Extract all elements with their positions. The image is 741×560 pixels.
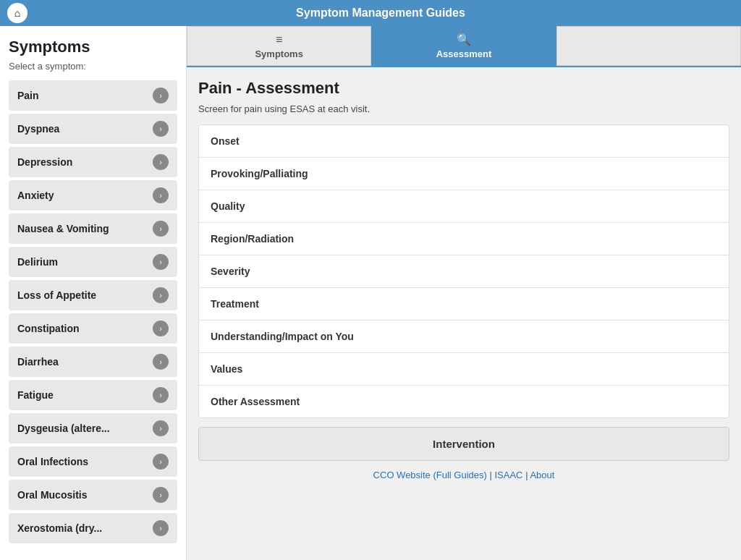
- chevron-right-icon: ›: [153, 321, 169, 336]
- tab-assessment-label: Assessment: [436, 48, 492, 59]
- isaac-link[interactable]: ISAAC: [494, 470, 522, 480]
- sidebar-title: Symptoms: [9, 38, 177, 56]
- sidebar-item-label: Depression: [17, 156, 72, 168]
- assessment-other: Other Assessment: [199, 386, 729, 417]
- sidebar-item-anxiety[interactable]: Anxiety ›: [9, 180, 177, 211]
- sidebar-item-label: Oral Infections: [17, 456, 88, 467]
- sidebar-item-label: Nausea & Vomiting: [17, 223, 109, 234]
- footer: CCO Website (Full Guides) | ISAAC | Abou…: [198, 461, 729, 489]
- assessment-values: Values: [199, 353, 729, 386]
- assessment-treatment: Treatment: [199, 288, 729, 321]
- chevron-right-icon: ›: [153, 154, 169, 170]
- home-icon: ⌂: [14, 7, 20, 19]
- sidebar-item-dyspnea[interactable]: Dyspnea ›: [9, 114, 177, 144]
- sidebar: Symptoms Select a symptom: Pain › Dyspne…: [0, 26, 187, 560]
- tab-extra[interactable]: [556, 26, 741, 66]
- tab-assessment[interactable]: 🔍 Assessment: [371, 26, 556, 66]
- sidebar-item-label: Fatigue: [17, 389, 54, 401]
- chevron-right-icon: ›: [153, 387, 169, 403]
- symptoms-icon: ≡: [276, 33, 282, 46]
- chevron-right-icon: ›: [153, 487, 169, 503]
- sidebar-item-label: Pain: [17, 90, 39, 101]
- page-title: Pain - Assessment: [198, 79, 729, 98]
- chevron-right-icon: ›: [153, 88, 169, 103]
- app-title: Symptom Management Guides: [27, 7, 734, 20]
- sidebar-item-label: Xerostomia (dry...: [17, 522, 102, 534]
- chevron-right-icon: ›: [153, 354, 169, 370]
- sidebar-item-constipation[interactable]: Constipation ›: [9, 313, 177, 344]
- chevron-right-icon: ›: [153, 287, 169, 303]
- sidebar-subtitle: Select a symptom:: [9, 61, 177, 72]
- chevron-right-icon: ›: [153, 121, 169, 137]
- cco-website-link[interactable]: CCO Website (Full Guides): [373, 470, 487, 480]
- tab-symptoms-label: Symptoms: [255, 48, 302, 59]
- sidebar-item-depression[interactable]: Depression ›: [9, 147, 177, 177]
- sidebar-item-label: Delirium: [17, 256, 58, 268]
- sidebar-item-label: Loss of Appetite: [17, 289, 96, 301]
- sidebar-item-loss-of-appetite[interactable]: Loss of Appetite ›: [9, 280, 177, 310]
- sidebar-item-nausea[interactable]: Nausea & Vomiting ›: [9, 213, 177, 244]
- assessment-onset: Onset: [199, 125, 729, 158]
- sidebar-item-label: Anxiety: [17, 190, 54, 201]
- tab-symptoms[interactable]: ≡ Symptoms: [187, 26, 371, 66]
- sidebar-item-label: Dyspnea: [17, 123, 59, 135]
- sidebar-item-delirium[interactable]: Delirium ›: [9, 247, 177, 277]
- chevron-right-icon: ›: [153, 221, 169, 237]
- chevron-right-icon: ›: [153, 454, 169, 470]
- sidebar-item-oral-mucositis[interactable]: Oral Mucositis ›: [9, 480, 177, 510]
- intervention-button[interactable]: Intervention: [198, 427, 729, 461]
- layout: Symptoms Select a symptom: Pain › Dyspne…: [0, 26, 741, 560]
- assessment-understanding: Understanding/Impact on You: [199, 321, 729, 353]
- assessment-region: Region/Radiation: [199, 223, 729, 255]
- sidebar-item-xerostomia[interactable]: Xerostomia (dry... ›: [9, 513, 177, 543]
- chevron-right-icon: ›: [153, 187, 169, 203]
- assessment-list: Onset Provoking/Palliating Quality Regio…: [198, 124, 729, 418]
- sidebar-item-label: Dysgeusia (altere...: [17, 423, 110, 434]
- sidebar-item-label: Diarrhea: [17, 356, 59, 368]
- page-subtitle: Screen for pain using ESAS at each visit…: [198, 103, 729, 114]
- sidebar-item-dysgeusia[interactable]: Dysgeusia (altere... ›: [9, 413, 177, 444]
- chevron-right-icon: ›: [153, 420, 169, 436]
- about-link[interactable]: About: [530, 470, 554, 480]
- main-content: Pain - Assessment Screen for pain using …: [187, 67, 741, 560]
- assessment-icon: 🔍: [457, 33, 471, 46]
- home-button[interactable]: ⌂: [7, 3, 27, 23]
- tab-bar: ≡ Symptoms 🔍 Assessment: [187, 26, 741, 67]
- sidebar-item-oral-infections[interactable]: Oral Infections ›: [9, 446, 177, 477]
- sidebar-item-label: Constipation: [17, 323, 80, 334]
- sidebar-item-label: Oral Mucositis: [17, 489, 87, 501]
- assessment-quality: Quality: [199, 190, 729, 223]
- sidebar-item-diarrhea[interactable]: Diarrhea ›: [9, 347, 177, 377]
- sidebar-item-fatigue[interactable]: Fatigue ›: [9, 380, 177, 410]
- chevron-right-icon: ›: [153, 520, 169, 536]
- main-area: ≡ Symptoms 🔍 Assessment Pain - Assessmen…: [187, 26, 741, 560]
- assessment-provoking: Provoking/Palliating: [199, 158, 729, 190]
- chevron-right-icon: ›: [153, 254, 169, 270]
- sidebar-item-pain[interactable]: Pain ›: [9, 80, 177, 111]
- top-bar: ⌂ Symptom Management Guides: [0, 0, 741, 26]
- assessment-severity: Severity: [199, 255, 729, 288]
